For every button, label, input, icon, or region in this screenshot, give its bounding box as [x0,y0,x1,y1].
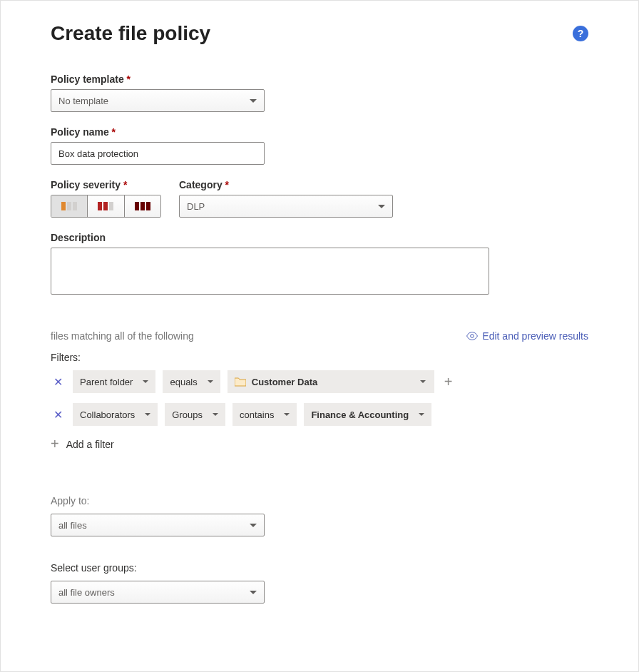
edit-preview-link[interactable]: Edit and preview results [466,330,588,342]
files-matching-label: files matching all of the following [51,330,194,342]
severity-medium-button[interactable] [88,195,124,217]
chevron-down-icon [250,524,257,527]
chevron-down-icon [250,591,257,594]
chevron-down-icon [284,413,290,416]
category-select[interactable]: DLP [179,195,393,218]
filter-row: ✕ Collaborators Groups contains Finance … [51,403,588,426]
plus-icon: + [51,436,59,452]
policy-template-select[interactable]: No template [51,89,265,112]
description-textarea[interactable] [51,248,489,295]
severity-low-button[interactable] [51,195,88,217]
filter-field-select[interactable]: Collaborators [73,403,158,426]
add-value-icon[interactable]: + [441,374,456,390]
filter-field-select[interactable]: Parent folder [73,370,155,393]
folder-icon [235,377,246,387]
description-label: Description [51,232,588,243]
user-groups-select[interactable]: all file owners [51,581,265,604]
category-label: Category * [179,179,393,190]
filters-label: Filters: [51,352,588,363]
apply-to-select[interactable]: all files [51,514,265,536]
help-icon[interactable]: ? [573,26,588,41]
chevron-down-icon [213,413,218,416]
svg-point-0 [471,335,474,338]
apply-to-label: Apply to: [51,495,588,506]
filter-op-select[interactable]: contains [232,403,297,426]
page-title: Create file policy [51,22,210,45]
chevron-down-icon [420,380,426,383]
chevron-down-icon [419,413,424,416]
filter-row: ✕ Parent folder equals Customer Data + [51,370,588,393]
chevron-down-icon [378,205,385,208]
policy-template-label: Policy template * [51,73,588,85]
select-user-groups-label: Select user groups: [51,562,588,574]
eye-icon [466,332,478,340]
filter-value-select[interactable]: Finance & Accounting [304,403,431,426]
remove-filter-icon[interactable]: ✕ [51,408,66,422]
add-filter-button[interactable]: + Add a filter [51,436,588,452]
policy-severity-label: Policy severity * [51,179,161,190]
filter-subfield-select[interactable]: Groups [165,403,225,426]
filter-value-select[interactable]: Customer Data [228,370,434,393]
chevron-down-icon [145,413,150,416]
chevron-down-icon [143,380,148,383]
policy-name-input[interactable]: Box data protection [51,142,265,165]
policy-name-label: Policy name * [51,126,588,138]
severity-selector [51,195,161,218]
filter-op-select[interactable]: equals [163,370,220,393]
chevron-down-icon [208,380,213,383]
severity-high-button[interactable] [125,195,160,217]
remove-filter-icon[interactable]: ✕ [51,375,66,389]
chevron-down-icon [250,99,257,103]
